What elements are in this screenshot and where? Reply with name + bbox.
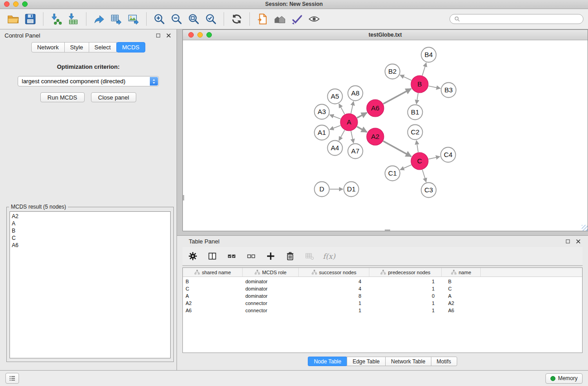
graph-node-D1[interactable]: D1 <box>344 182 359 197</box>
zoom-out-button[interactable] <box>168 10 185 28</box>
column-header-predecessor-nodes[interactable]: predecessor nodes <box>369 268 442 276</box>
save-session-button[interactable] <box>22 10 39 28</box>
create-column-button[interactable] <box>265 250 277 262</box>
graph-edge-C-C4[interactable] <box>429 157 440 159</box>
graph-node-A1[interactable]: A1 <box>315 125 330 140</box>
optimization-criterion-select[interactable]: largest connected component (directed) <box>18 76 159 86</box>
memory-button[interactable]: Memory <box>545 373 583 384</box>
graph-edge-A2-C[interactable] <box>383 141 411 157</box>
table-row[interactable]: Bdominator41B <box>183 278 582 285</box>
zoom-window-button[interactable] <box>22 1 28 7</box>
export-image-button[interactable] <box>125 10 142 28</box>
network-window-titlebar[interactable]: testGlobe.txt <box>183 30 588 40</box>
import-table-button[interactable] <box>65 10 82 28</box>
horizontal-scrollbar[interactable] <box>385 229 390 231</box>
network-canvas[interactable]: B4B2BB3A8A5A6A3B1AA1C2A2A4A7C4CC1C3DD1 <box>183 40 588 231</box>
graph-edge-B-B4[interactable] <box>422 63 426 76</box>
minimize-window-button[interactable] <box>13 1 19 7</box>
export-network-button[interactable] <box>91 10 108 28</box>
tab-network[interactable]: Network <box>31 42 65 52</box>
graph-node-A6[interactable]: A6 <box>367 100 384 117</box>
graph-edge-B-B3[interactable] <box>429 86 440 88</box>
graph-node-C2[interactable]: C2 <box>408 125 423 140</box>
search-input[interactable] <box>463 15 579 23</box>
session-file-button[interactable] <box>254 10 271 28</box>
graph-node-A4[interactable]: A4 <box>328 141 343 156</box>
graph-edge-C-C2[interactable] <box>416 140 418 152</box>
graph-edge-A-A7[interactable] <box>351 131 354 143</box>
graph-edge-C-C1[interactable] <box>400 165 411 170</box>
graph-node-C[interactable]: C <box>411 152 428 170</box>
graph-node-A2[interactable]: A2 <box>367 128 384 145</box>
mcds-result-item[interactable]: C <box>12 234 168 242</box>
graph-node-A[interactable]: A <box>340 114 358 131</box>
search-field[interactable] <box>449 14 583 24</box>
zoom-in-button[interactable] <box>151 10 168 28</box>
column-header-name[interactable]: name <box>442 268 481 276</box>
mcds-result-item[interactable]: A6 <box>12 242 168 249</box>
table-row[interactable]: Cdominator41C <box>183 285 582 292</box>
column-header-shared-name[interactable]: shared name <box>183 268 243 276</box>
close-panel-action-button[interactable]: Close panel <box>91 92 137 102</box>
open-session-button[interactable] <box>5 10 22 28</box>
tab-node-table[interactable]: Node Table <box>308 357 347 366</box>
tab-edge-table[interactable]: Edge Table <box>347 357 386 366</box>
tab-motifs[interactable]: Motifs <box>431 357 457 366</box>
zoom-fit-button[interactable] <box>185 10 202 28</box>
tab-mcds[interactable]: MCDS <box>116 42 145 52</box>
graph-edge-A-A5[interactable] <box>339 104 345 114</box>
resize-handle[interactable] <box>582 225 588 231</box>
float-table-panel-button[interactable] <box>564 238 571 245</box>
mcds-result-item[interactable]: A2 <box>12 213 168 220</box>
vertical-scrollbar[interactable] <box>183 195 184 200</box>
mcds-result-list[interactable]: A2ABCA6 <box>10 211 171 358</box>
close-control-panel-button[interactable] <box>165 32 172 39</box>
graph-edge-A-A6[interactable] <box>357 113 367 118</box>
graph-node-B1[interactable]: B1 <box>408 105 423 120</box>
tab-select[interactable]: Select <box>89 42 117 52</box>
select-all-rows-button[interactable] <box>226 250 238 262</box>
graph-edge-A-A1[interactable] <box>330 125 340 129</box>
graph-node-C1[interactable]: C1 <box>385 166 400 181</box>
graph-edge-A6-B[interactable] <box>383 89 411 104</box>
home-button[interactable] <box>271 10 288 28</box>
table-row[interactable]: A6connector11A6 <box>183 307 582 314</box>
task-history-button[interactable] <box>5 373 19 384</box>
mcds-result-item[interactable]: A <box>12 220 168 227</box>
graph-node-A5[interactable]: A5 <box>328 89 343 104</box>
zoom-network-window-button[interactable] <box>206 32 212 38</box>
show-graphics-details-button[interactable] <box>306 10 323 28</box>
mcds-result-item[interactable]: B <box>12 227 168 234</box>
tab-network-table[interactable]: Network Table <box>385 357 431 366</box>
graph-node-B4[interactable]: B4 <box>421 48 436 62</box>
graph-node-C4[interactable]: C4 <box>441 148 456 162</box>
close-network-window-button[interactable] <box>188 32 194 38</box>
graph-node-B3[interactable]: B3 <box>441 83 456 98</box>
minimize-network-window-button[interactable] <box>197 32 203 38</box>
graph-node-C3[interactable]: C3 <box>421 183 436 198</box>
graph-node-B[interactable]: B <box>411 76 428 93</box>
graph-edge-C-C3[interactable] <box>422 170 426 182</box>
zoom-selected-button[interactable] <box>202 10 220 28</box>
column-header-successor-nodes[interactable]: successor nodes <box>299 268 369 276</box>
graph-edge-A-A4[interactable] <box>339 130 345 141</box>
graph-node-D[interactable]: D <box>315 182 330 197</box>
graph-node-A8[interactable]: A8 <box>348 86 363 101</box>
delete-columns-button[interactable] <box>284 250 296 262</box>
window-titlebar[interactable]: Session: New Session <box>0 0 588 9</box>
graph-node-A7[interactable]: A7 <box>348 144 363 159</box>
apply-style-button[interactable] <box>288 10 306 28</box>
graph-node-A3[interactable]: A3 <box>315 105 330 119</box>
import-network-button[interactable] <box>48 10 65 28</box>
apply-layout-button[interactable] <box>228 10 245 28</box>
graph-edge-A-A8[interactable] <box>351 101 354 113</box>
close-window-button[interactable] <box>4 1 10 7</box>
export-table-button[interactable] <box>108 10 125 28</box>
graph-edge-B-B2[interactable] <box>400 75 411 81</box>
close-table-panel-button[interactable] <box>574 238 582 245</box>
column-header-mcds-role[interactable]: MCDS role <box>243 268 299 276</box>
table-row[interactable]: Adominator80A <box>183 292 582 300</box>
float-control-panel-button[interactable] <box>154 32 162 39</box>
table-row[interactable]: A2connector11A2 <box>183 300 582 307</box>
tab-style[interactable]: Style <box>64 42 89 52</box>
